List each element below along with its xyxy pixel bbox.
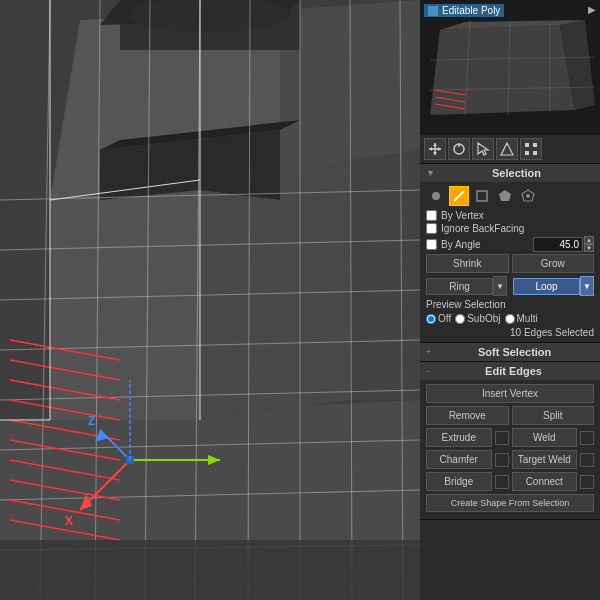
svg-marker-73 bbox=[478, 143, 488, 155]
toolbar-settings-icon[interactable] bbox=[520, 138, 542, 160]
selection-title: Selection bbox=[439, 167, 594, 179]
insert-vertex-button[interactable]: Insert Vertex bbox=[426, 384, 594, 403]
svg-rect-76 bbox=[525, 151, 529, 155]
mini-viewport[interactable]: Editable Poly ▶ bbox=[420, 0, 600, 135]
by-angle-checkbox[interactable] bbox=[426, 239, 437, 250]
subobject-icons bbox=[426, 186, 594, 206]
edit-edges-section: - Edit Edges Insert Vertex Remove Split bbox=[420, 362, 600, 520]
selection-content: By Vertex Ignore BackFacing By Angle 45.… bbox=[420, 182, 600, 342]
target-weld-button[interactable]: Target Weld bbox=[512, 450, 578, 469]
soft-selection-section: + Soft Selection bbox=[420, 343, 600, 362]
bridge-connect-row: Bridge Connect bbox=[426, 472, 594, 491]
grow-button[interactable]: Grow bbox=[512, 254, 595, 273]
preview-subobj-option[interactable]: SubObj bbox=[455, 313, 500, 324]
create-shape-row: Create Shape From Selection bbox=[426, 494, 594, 512]
by-vertex-checkbox[interactable] bbox=[426, 210, 437, 221]
angle-down-btn[interactable]: ▼ bbox=[584, 244, 594, 252]
svg-point-84 bbox=[526, 194, 530, 198]
svg-rect-77 bbox=[533, 143, 537, 147]
by-angle-row: By Angle 45.0 ▲ ▼ bbox=[426, 236, 594, 252]
edge-icon-btn[interactable] bbox=[449, 186, 469, 206]
preview-label: Preview Selection bbox=[426, 299, 594, 310]
connect-settings-btn[interactable] bbox=[580, 475, 594, 489]
edit-edges-header[interactable]: - Edit Edges bbox=[420, 362, 600, 380]
create-shape-button[interactable]: Create Shape From Selection bbox=[426, 494, 594, 512]
loop-combo-label[interactable]: Loop bbox=[513, 278, 580, 295]
weld-settings-btn[interactable] bbox=[580, 431, 594, 445]
toolbar-move-icon[interactable] bbox=[424, 138, 446, 160]
ring-combo-label[interactable]: Ring bbox=[426, 278, 493, 295]
ring-combo-container: Ring ▼ bbox=[426, 276, 507, 296]
bridge-settings-btn[interactable] bbox=[495, 475, 509, 489]
soft-selection-title: Soft Selection bbox=[435, 346, 594, 358]
border-icon-btn[interactable] bbox=[472, 186, 492, 206]
preview-off-radio[interactable] bbox=[426, 314, 436, 324]
chamfer-button[interactable]: Chamfer bbox=[426, 450, 492, 469]
loop-dropdown-btn[interactable]: ▼ bbox=[580, 276, 594, 296]
ignore-backfacing-label: Ignore BackFacing bbox=[441, 223, 524, 234]
connect-button[interactable]: Connect bbox=[512, 472, 578, 491]
chamfer-settings-btn[interactable] bbox=[495, 453, 509, 467]
svg-point-79 bbox=[432, 192, 440, 200]
right-panel: Editable Poly ▶ bbox=[420, 0, 600, 600]
panel-content: ▼ Selection bbox=[420, 164, 600, 600]
by-angle-label: By Angle bbox=[441, 239, 480, 250]
edit-edges-toggle-icon: - bbox=[426, 366, 429, 376]
soft-selection-header[interactable]: + Soft Selection bbox=[420, 343, 600, 361]
selection-header[interactable]: ▼ Selection bbox=[420, 164, 600, 182]
selection-section: ▼ Selection bbox=[420, 164, 600, 343]
loop-combo-container: Loop ▼ bbox=[513, 276, 594, 296]
toolbar-scale-icon[interactable] bbox=[496, 138, 518, 160]
svg-text:Z: Z bbox=[88, 414, 95, 428]
svg-marker-82 bbox=[499, 190, 511, 201]
angle-value-input[interactable]: 45.0 bbox=[533, 237, 583, 252]
shrink-button[interactable]: Shrink bbox=[426, 254, 509, 273]
polygon-icon-btn[interactable] bbox=[495, 186, 515, 206]
svg-text:X: X bbox=[65, 514, 73, 528]
by-vertex-row: By Vertex bbox=[426, 210, 594, 221]
ignore-backfacing-row: Ignore BackFacing bbox=[426, 223, 594, 234]
selection-toggle-icon: ▼ bbox=[426, 168, 435, 178]
split-button[interactable]: Split bbox=[512, 406, 595, 425]
ring-dropdown-btn[interactable]: ▼ bbox=[493, 276, 507, 296]
edges-selected-count: 10 Edges Selected bbox=[426, 327, 594, 338]
svg-marker-4 bbox=[350, 150, 420, 400]
svg-line-80 bbox=[454, 191, 464, 201]
svg-marker-2 bbox=[50, 180, 200, 420]
mini-corner-btn[interactable]: ▶ bbox=[588, 4, 596, 15]
angle-spinner: ▲ ▼ bbox=[584, 236, 594, 252]
remove-button[interactable]: Remove bbox=[426, 406, 509, 425]
preview-off-label: Off bbox=[438, 313, 451, 324]
viewport-3d[interactable]: X Z bbox=[0, 0, 420, 600]
preview-subobj-label: SubObj bbox=[467, 313, 500, 324]
preview-subobj-radio[interactable] bbox=[455, 314, 465, 324]
mini-viewport-icon bbox=[428, 6, 438, 16]
mini-viewport-label: Editable Poly bbox=[424, 4, 504, 17]
toolbar-rotate-icon[interactable] bbox=[448, 138, 470, 160]
chamfer-targetweld-row: Chamfer Target Weld bbox=[426, 450, 594, 469]
extrude-button[interactable]: Extrude bbox=[426, 428, 492, 447]
vertex-icon-btn[interactable] bbox=[426, 186, 446, 206]
ignore-backfacing-checkbox[interactable] bbox=[426, 223, 437, 234]
preview-multi-radio[interactable] bbox=[505, 314, 515, 324]
svg-marker-54 bbox=[430, 25, 575, 115]
weld-button[interactable]: Weld bbox=[512, 428, 578, 447]
remove-split-row: Remove Split bbox=[426, 406, 594, 425]
edit-edges-title: Edit Edges bbox=[433, 365, 594, 377]
bridge-button[interactable]: Bridge bbox=[426, 472, 492, 491]
soft-selection-expand-icon: + bbox=[426, 347, 431, 357]
toolbar-select-icon[interactable] bbox=[472, 138, 494, 160]
svg-rect-38 bbox=[0, 540, 420, 600]
shrink-grow-row: Shrink Grow bbox=[426, 254, 594, 273]
element-icon-btn[interactable] bbox=[518, 186, 538, 206]
preview-multi-option[interactable]: Multi bbox=[505, 313, 538, 324]
target-weld-settings-btn[interactable] bbox=[580, 453, 594, 467]
angle-up-btn[interactable]: ▲ bbox=[584, 236, 594, 244]
extrude-settings-btn[interactable] bbox=[495, 431, 509, 445]
toolbar-row bbox=[420, 135, 600, 164]
svg-marker-70 bbox=[438, 147, 441, 151]
svg-marker-68 bbox=[433, 152, 437, 155]
svg-rect-78 bbox=[533, 151, 537, 155]
preview-off-option[interactable]: Off bbox=[426, 313, 451, 324]
edit-edges-content: Insert Vertex Remove Split Extrude Weld bbox=[420, 380, 600, 519]
